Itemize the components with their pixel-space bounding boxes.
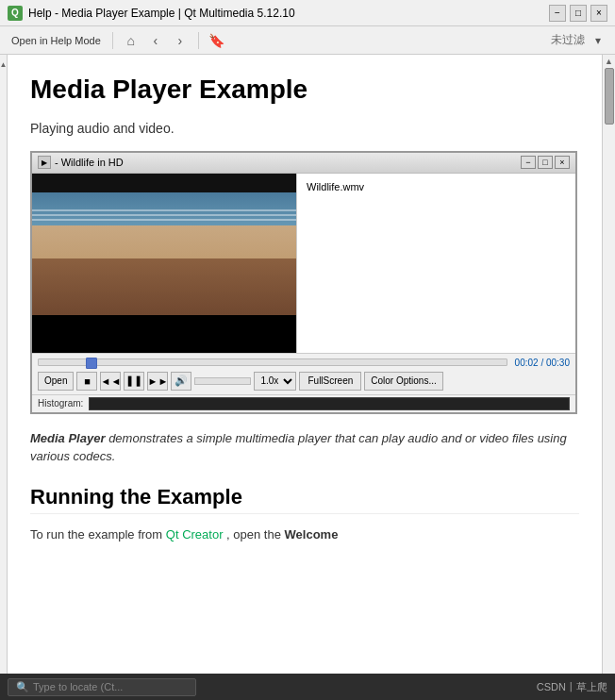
scroll-up-arrow[interactable]: ▲ [0, 60, 7, 69]
waves-lines [32, 207, 296, 225]
document-area[interactable]: Media Player Example Playing audio and v… [8, 55, 602, 674]
open-help-mode-button[interactable]: Open in Help Mode [8, 33, 105, 48]
filter-dropdown[interactable]: ▾ [589, 31, 607, 50]
wave-line-1 [32, 209, 296, 211]
player-minimize-button[interactable]: − [521, 156, 536, 169]
right-scrollbar[interactable]: ▲ [602, 55, 615, 674]
horse-band [32, 258, 296, 315]
player-close-button[interactable]: × [555, 156, 570, 169]
section2-body: To run the example from Qt Creator , ope… [30, 525, 579, 544]
color-options-button[interactable]: Color Options... [364, 372, 442, 391]
controls-row: Open ■ ◄◄ ❚❚ ►► 🔊 1.0x FullScreen Color … [38, 372, 570, 391]
toolbar: Open in Help Mode ⌂ ‹ › 🔖 未过滤 ▾ [0, 26, 615, 55]
wave-line-3 [32, 219, 296, 221]
open-button[interactable]: Open [38, 372, 74, 391]
section2-intro: To run the example from [30, 527, 166, 542]
main-content: ▲ Media Player Example Playing audio and… [0, 55, 615, 674]
player-controls: 00:02 / 00:30 Open ■ ◄◄ ❚❚ ►► 🔊 1.0x Ful… [32, 353, 575, 394]
filter-label: 未过滤 [551, 32, 585, 48]
media-player-italic: Media Player [30, 431, 106, 445]
back-button[interactable]: ‹ [145, 30, 166, 51]
search-placeholder: Type to locate (Ct... [33, 681, 123, 692]
description-text: demonstrates a simple multimedia player … [30, 431, 567, 464]
app-icon: Q [8, 6, 23, 21]
minimize-button[interactable]: − [549, 5, 566, 22]
histogram-bar [89, 397, 570, 410]
title-bar-text: Help - Media Player Example | Qt Multime… [28, 7, 549, 20]
toolbar-separator-2 [198, 32, 199, 49]
title-bar: Q Help - Media Player Example | Qt Multi… [0, 0, 615, 26]
fullscreen-button[interactable]: FullScreen [299, 372, 361, 391]
player-window-title: - Wildlife in HD [55, 157, 521, 168]
seek-bar[interactable] [38, 358, 507, 366]
toolbar-separator-1 [112, 32, 113, 49]
section2-text: , open the [226, 527, 284, 542]
left-strip: ▲ [0, 55, 8, 674]
page-subtitle: Playing audio and video. [30, 121, 579, 136]
description-italic: Media Player demonstrates a simple multi… [30, 429, 579, 466]
playlist-item[interactable]: Wildlife.wmv [303, 179, 570, 194]
volume-slider[interactable] [194, 377, 251, 385]
player-window-icon: ▶ [38, 156, 51, 169]
speed-select[interactable]: 1.0x [254, 372, 296, 391]
playlist-panel[interactable]: Wildlife.wmv [296, 174, 575, 353]
prev-button[interactable]: ◄◄ [100, 372, 121, 391]
bottom-right-label: CSDN丨草上爬 [537, 680, 607, 694]
next-button[interactable]: ►► [147, 372, 168, 391]
time-display: 00:02 / 00:30 [515, 358, 570, 368]
player-titlebar: ▶ - Wildlife in HD − □ × [32, 153, 575, 174]
sky-band [32, 174, 296, 192]
forward-button[interactable]: › [170, 30, 191, 51]
seek-bar-row: 00:02 / 00:30 [38, 358, 570, 368]
close-button[interactable]: × [590, 5, 607, 22]
home-button[interactable]: ⌂ [121, 30, 141, 51]
search-icon: 🔍 [16, 681, 29, 693]
section2-title: Running the Example [30, 485, 579, 514]
histogram-row: Histogram: [32, 394, 575, 412]
scrollbar-thumb[interactable] [605, 68, 614, 125]
maximize-button[interactable]: □ [570, 5, 587, 22]
media-player-window: ▶ - Wildlife in HD − □ × [30, 151, 577, 414]
player-window-controls: − □ × [521, 156, 570, 169]
scroll-up-button[interactable]: ▲ [603, 57, 615, 66]
histogram-label: Histogram: [38, 398, 83, 408]
player-maximize-button[interactable]: □ [538, 156, 553, 169]
qt-creator-link[interactable]: Qt Creator [166, 527, 224, 542]
bottom-black [32, 336, 296, 353]
video-content [32, 174, 296, 353]
wave-line-2 [32, 214, 296, 216]
stop-button[interactable]: ■ [76, 372, 97, 391]
window-controls: − □ × [549, 5, 607, 22]
search-box[interactable]: 🔍 Type to locate (Ct... [8, 678, 196, 696]
seek-thumb[interactable] [86, 358, 97, 369]
bottom-bar: 🔍 Type to locate (Ct... CSDN丨草上爬 [0, 674, 615, 700]
page-title: Media Player Example [30, 74, 579, 106]
video-panel [32, 174, 296, 353]
pause-button[interactable]: ❚❚ [124, 372, 144, 391]
mute-button[interactable]: 🔊 [171, 372, 191, 391]
bookmark-button[interactable]: 🔖 [207, 30, 227, 51]
player-body: Wildlife.wmv [32, 174, 575, 353]
welcome-bold: Welcome [285, 527, 339, 542]
